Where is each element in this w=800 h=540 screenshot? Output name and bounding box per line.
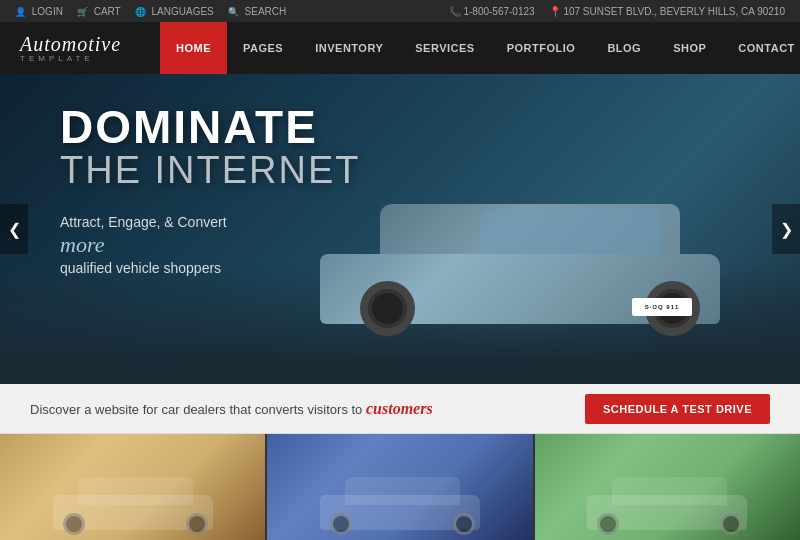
- hero-subtitle2: more: [60, 232, 361, 258]
- banner-strip: Discover a website for car dealers that …: [0, 384, 800, 434]
- hero-title-line1: DOMINATE: [60, 104, 361, 150]
- nav-item-blog[interactable]: BLOG: [591, 22, 657, 74]
- main-navigation: Automotive TEMPLATE HOME PAGES INVENTORY…: [0, 22, 800, 74]
- mini-wheel-left-1: [63, 513, 85, 535]
- location-icon: 📍: [549, 6, 561, 17]
- user-icon: 👤: [15, 7, 26, 17]
- card-car-1: [43, 470, 223, 530]
- card-bg-2: [267, 434, 532, 540]
- banner-text: Discover a website for car dealers that …: [30, 400, 433, 418]
- hero-title-line2: THE INTERNET: [60, 150, 361, 192]
- hero-subtitle1: Attract, Engage, & Convert: [60, 214, 361, 230]
- hero-subtitle3: qualified vehicle shoppers: [60, 260, 361, 276]
- schedule-test-drive-button[interactable]: Schedule a Test Drive: [585, 394, 770, 424]
- hero-text: DOMINATE THE INTERNET Attract, Engage, &…: [60, 104, 361, 276]
- nav-item-pages[interactable]: PAGES: [227, 22, 299, 74]
- card-bg-1: [0, 434, 265, 540]
- card-car-3: [577, 470, 757, 530]
- card-bg-3: [535, 434, 800, 540]
- cards-row: [0, 434, 800, 540]
- nav-item-shop[interactable]: SHOP: [657, 22, 722, 74]
- mini-wheel-right-1: [186, 513, 208, 535]
- phone-icon: 📞: [449, 6, 461, 17]
- address-text: 📍 107 SUNSET BLVD., BEVERLY HILLS, CA 90…: [549, 6, 785, 17]
- license-plate: S·OQ 911: [632, 298, 692, 316]
- mini-wheel-right-2: [453, 513, 475, 535]
- nav-item-services[interactable]: SERVICES: [399, 22, 490, 74]
- brand-name: Automotive: [20, 33, 140, 56]
- car-body: S·OQ 911: [320, 214, 720, 324]
- banner-highlight: customers: [366, 400, 433, 417]
- hero-section: S·OQ 911 DOMINATE THE INTERNET Attract, …: [0, 74, 800, 384]
- top-bar-right: 📞 1-800-567-0123 📍 107 SUNSET BLVD., BEV…: [449, 6, 785, 17]
- brand-sub: TEMPLATE: [20, 54, 140, 63]
- hero-prev-arrow[interactable]: ❮: [0, 204, 28, 254]
- hero-car: S·OQ 911: [300, 154, 720, 354]
- card-car-2: [310, 470, 490, 530]
- nav-item-home[interactable]: HOME: [160, 22, 227, 74]
- languages-link[interactable]: 🌐 LANGUAGES: [135, 6, 214, 17]
- cart-link[interactable]: 🛒 CART: [77, 6, 121, 17]
- nav-item-contact[interactable]: CONTACT: [722, 22, 800, 74]
- card-item-2[interactable]: [267, 434, 532, 540]
- globe-icon: 🌐: [135, 7, 146, 17]
- top-bar-left: 👤 LOGIN 🛒 CART 🌐 LANGUAGES 🔍 SEARCH: [15, 6, 286, 17]
- search-link[interactable]: 🔍 SEARCH: [228, 6, 286, 17]
- cart-icon: 🛒: [77, 7, 88, 17]
- card-item-3[interactable]: [535, 434, 800, 540]
- hero-next-arrow[interactable]: ❯: [772, 204, 800, 254]
- mini-wheel-left-2: [330, 513, 352, 535]
- car-wheel-left: [360, 281, 415, 336]
- nav-item-inventory[interactable]: INVENTORY: [299, 22, 399, 74]
- nav-item-portfolio[interactable]: PORTFOLIO: [491, 22, 592, 74]
- logo: Automotive TEMPLATE: [0, 22, 160, 74]
- mini-wheel-right-3: [720, 513, 742, 535]
- mini-wheel-left-3: [597, 513, 619, 535]
- nav-items-container: HOME PAGES INVENTORY SERVICES PORTFOLIO …: [160, 22, 800, 74]
- card-item-1[interactable]: [0, 434, 265, 540]
- search-icon: 🔍: [228, 7, 239, 17]
- top-utility-bar: 👤 LOGIN 🛒 CART 🌐 LANGUAGES 🔍 SEARCH 📞 1-…: [0, 0, 800, 22]
- phone-number: 📞 1-800-567-0123: [449, 6, 535, 17]
- login-link[interactable]: 👤 LOGIN: [15, 6, 63, 17]
